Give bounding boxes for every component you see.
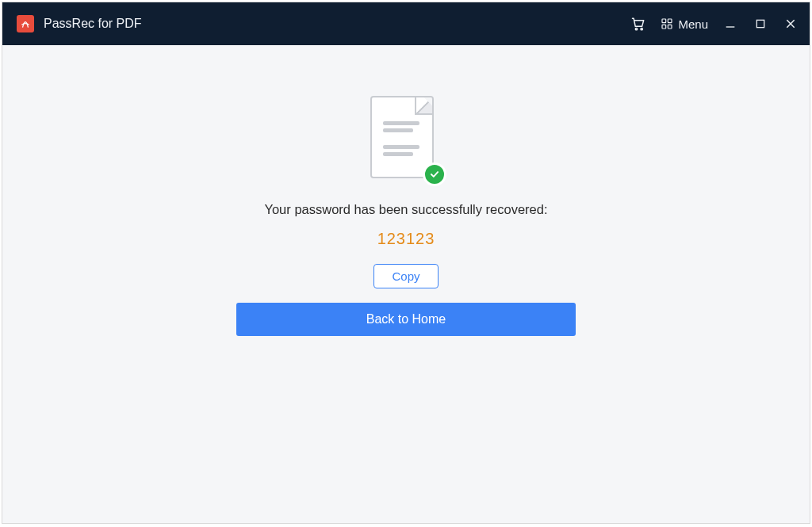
close-icon[interactable] bbox=[783, 13, 799, 35]
recovered-password-value: 123123 bbox=[377, 230, 435, 248]
svg-rect-3 bbox=[668, 19, 672, 23]
minimize-icon[interactable] bbox=[722, 13, 738, 35]
svg-rect-5 bbox=[668, 25, 672, 29]
main-content: Your password has been successfully reco… bbox=[2, 45, 810, 523]
menu-button[interactable]: Menu bbox=[661, 13, 708, 35]
maximize-icon[interactable] bbox=[753, 13, 768, 35]
cart-icon[interactable] bbox=[630, 13, 646, 35]
checkmark-icon bbox=[423, 162, 446, 186]
app-window: PassRec for PDF Menu bbox=[2, 2, 810, 524]
svg-rect-4 bbox=[662, 25, 666, 29]
svg-point-0 bbox=[636, 29, 638, 30]
app-logo-icon bbox=[17, 15, 34, 32]
titlebar: PassRec for PDF Menu bbox=[2, 2, 810, 45]
svg-point-1 bbox=[641, 29, 642, 30]
titlebar-controls: Menu bbox=[630, 13, 799, 35]
menu-label: Menu bbox=[678, 17, 708, 31]
svg-rect-2 bbox=[662, 19, 666, 23]
svg-rect-7 bbox=[756, 20, 764, 27]
back-to-home-button[interactable]: Back to Home bbox=[236, 303, 576, 336]
copy-button[interactable]: Copy bbox=[373, 264, 438, 288]
app-title: PassRec for PDF bbox=[44, 17, 142, 31]
document-success-icon bbox=[370, 96, 442, 183]
success-message: Your password has been successfully reco… bbox=[264, 202, 547, 217]
